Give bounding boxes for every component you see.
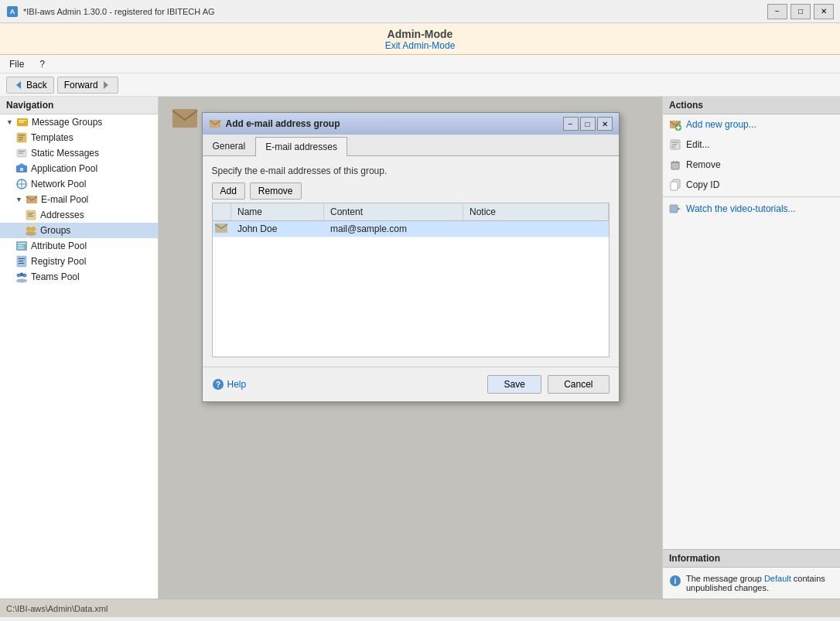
- sidebar-item-static-messages[interactable]: Static Messages: [0, 145, 158, 161]
- add-new-group-label: Add new group...: [686, 119, 756, 130]
- table-row[interactable]: John Doe mail@sample.com: [213, 221, 609, 237]
- nav-item-label: Groups: [40, 225, 70, 236]
- information-section: Information i The message group Default …: [663, 549, 840, 599]
- svg-rect-12: [19, 151, 25, 152]
- dialog-content: Specify the e-mail addresses of this gro…: [203, 156, 619, 367]
- copy-id-label: Copy ID: [686, 179, 719, 190]
- toolbar: Back Forward: [0, 73, 840, 97]
- svg-rect-16: [20, 168, 23, 171]
- nav-item-label: Templates: [31, 132, 73, 143]
- svg-rect-53: [671, 162, 679, 169]
- svg-rect-59: [670, 205, 678, 213]
- expand-arrow-icon: ▼: [6, 118, 13, 126]
- action-edit[interactable]: Edit...: [663, 135, 840, 155]
- exit-admin-mode-link[interactable]: Exit Admin-Mode: [385, 40, 456, 51]
- copy-icon: [669, 179, 681, 191]
- email-toolbar: Add Remove: [212, 183, 610, 200]
- remove-email-button[interactable]: Remove: [250, 183, 302, 200]
- remove-label: Remove: [686, 159, 721, 170]
- add-email-button[interactable]: Add: [212, 183, 245, 200]
- action-add-new-group[interactable]: Add new group...: [663, 114, 840, 135]
- video-tutorials-label[interactable]: Watch the video-tutorials...: [686, 203, 796, 214]
- info-text: The message group Default contains unpub…: [686, 574, 834, 592]
- nav-item-label: Application Pool: [31, 163, 97, 174]
- expand-arrow-icon: ▼: [15, 196, 22, 203]
- minimize-button[interactable]: −: [767, 4, 787, 19]
- svg-rect-20: [26, 196, 37, 203]
- action-watch-tutorials[interactable]: Watch the video-tutorials...: [663, 199, 840, 219]
- admin-mode-title: Admin-Mode: [0, 28, 840, 40]
- email-table: Name Content Notice: [212, 203, 610, 357]
- dialog-controls: − □ ✕: [563, 117, 613, 131]
- svg-rect-34: [19, 261, 23, 261]
- application-pool-icon: [15, 162, 28, 175]
- menu-help[interactable]: ?: [36, 57, 48, 71]
- info-link[interactable]: Default: [764, 574, 791, 583]
- email-row-icon: [215, 223, 227, 233]
- svg-rect-30: [18, 245, 23, 247]
- svg-text:?: ?: [215, 380, 220, 389]
- action-remove[interactable]: Remove: [663, 155, 840, 175]
- nav-item-label: Network Pool: [31, 179, 86, 189]
- maximize-button[interactable]: □: [790, 4, 811, 19]
- nav-item-label: Registry Pool: [31, 256, 86, 267]
- dialog-maximize-button[interactable]: □: [580, 117, 596, 131]
- help-link[interactable]: ? Help: [212, 378, 247, 391]
- row-name: John Doe: [231, 221, 324, 237]
- sidebar-item-email-pool[interactable]: ▼ E-mail Pool: [0, 192, 158, 207]
- information-content: i The message group Default contains unp…: [663, 568, 840, 599]
- tab-general[interactable]: General: [203, 136, 256, 155]
- forward-icon: [101, 80, 111, 90]
- add-icon: [669, 118, 681, 131]
- info-icon: i: [669, 575, 681, 587]
- col-name-header: Name: [231, 203, 324, 221]
- title-bar-title: A *IBI-aws Admin 1.30.0 - registered for…: [6, 5, 215, 18]
- tab-email-addresses[interactable]: E-mail addresses: [255, 137, 347, 156]
- row-checkbox[interactable]: [213, 221, 231, 237]
- help-icon: ?: [212, 378, 224, 391]
- dialog-close-button[interactable]: ✕: [597, 117, 613, 131]
- cancel-button[interactable]: Cancel: [548, 375, 609, 394]
- dialog-footer: ? Help Save Cancel: [203, 367, 619, 401]
- sidebar-item-application-pool[interactable]: Application Pool: [0, 161, 158, 176]
- svg-point-27: [26, 231, 36, 236]
- svg-point-25: [26, 227, 31, 231]
- svg-point-26: [31, 227, 36, 231]
- sidebar-item-network-pool[interactable]: Network Pool: [0, 176, 158, 192]
- edit-label: Edit...: [686, 139, 710, 150]
- sidebar-item-groups[interactable]: Groups: [0, 223, 158, 238]
- video-icon: [669, 203, 681, 215]
- navigation-header: Navigation: [0, 97, 158, 114]
- close-button[interactable]: ✕: [814, 4, 834, 19]
- sidebar-item-templates[interactable]: Templates: [0, 130, 158, 145]
- action-divider: [663, 196, 840, 197]
- sidebar-item-attribute-pool[interactable]: Attribute Pool: [0, 238, 158, 254]
- dialog-minimize-button[interactable]: −: [563, 117, 579, 131]
- sidebar-item-message-groups[interactable]: ▼ Message Groups: [0, 114, 158, 130]
- window-controls: − □ ✕: [767, 4, 834, 19]
- admin-banner: Admin-Mode Exit Admin-Mode: [0, 23, 840, 55]
- sidebar-item-teams-pool[interactable]: Teams Pool: [0, 269, 158, 285]
- app-icon: A: [6, 5, 19, 18]
- svg-text:A: A: [10, 8, 15, 15]
- dialog-icon: [209, 118, 221, 130]
- back-button[interactable]: Back: [6, 77, 54, 94]
- title-bar: A *IBI-aws Admin 1.30.0 - registered for…: [0, 0, 840, 23]
- save-button[interactable]: Save: [487, 375, 541, 394]
- registry-pool-icon: [15, 255, 28, 268]
- menu-file[interactable]: File: [6, 57, 27, 71]
- dialog: Add e-mail address group − □ ✕ General E…: [202, 112, 620, 402]
- sidebar-item-registry-pool[interactable]: Registry Pool: [0, 254, 158, 269]
- action-copy-id[interactable]: Copy ID: [663, 175, 840, 195]
- dialog-tabs: General E-mail addresses: [203, 135, 619, 156]
- col-notice-header: Notice: [463, 203, 609, 221]
- sidebar-item-addresses[interactable]: Addresses: [0, 207, 158, 223]
- svg-text:i: i: [674, 577, 677, 585]
- svg-rect-22: [28, 213, 34, 213]
- forward-button[interactable]: Forward: [57, 77, 118, 94]
- menu-bar: File ?: [0, 55, 840, 73]
- status-path: C:\IBI-aws\Admin\Data.xml: [6, 604, 108, 613]
- dialog-title: Add e-mail address group: [209, 118, 340, 130]
- svg-marker-3: [104, 81, 108, 89]
- teams-pool-icon: [15, 271, 28, 283]
